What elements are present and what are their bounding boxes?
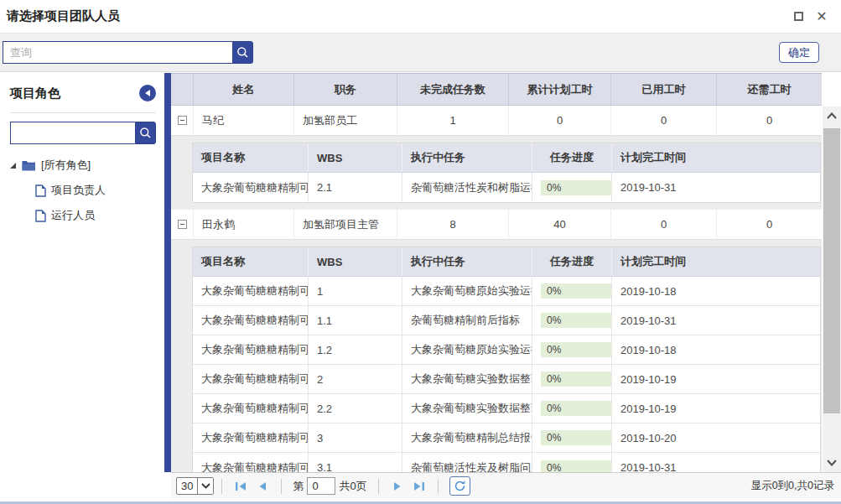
chevron-up-icon: [827, 112, 837, 119]
scroll-up-button[interactable]: [823, 107, 841, 125]
tree-node-project-leader[interactable]: 项目负责人: [35, 181, 156, 200]
pager-separator: [438, 479, 439, 494]
page-label-prefix: 第: [293, 479, 304, 494]
cell-task-name: 杂葡萄糖活性炭和树脂运行: [402, 173, 532, 202]
cell-wbs: 1.1: [309, 306, 402, 335]
subtable-row[interactable]: 大象杂葡萄糖糖精制可行性2.1杂葡萄糖活性炭和树脂运行0%2019-10-31: [193, 173, 820, 202]
progress-bar: 0%: [541, 283, 611, 299]
pager-separator: [378, 479, 379, 494]
cell-project-name: 大象杂葡萄糖糖精制可行性: [193, 306, 309, 335]
cell-name: 马纪: [194, 106, 294, 135]
subtable-header-row: 项目名称WBS执行中任务任务进度计划完工时间: [193, 247, 820, 277]
subtable-row[interactable]: 大象杂葡萄糖糖精制可行性2.2大象杂葡萄糖实验数据整理0%2019-10-19: [193, 394, 820, 423]
last-page-button[interactable]: [413, 480, 426, 493]
select-dropdown-button: [197, 478, 213, 494]
subheader-wbs: WBS: [309, 247, 402, 276]
grid-header-position: 职务: [294, 74, 397, 105]
search-icon: [236, 46, 249, 59]
grid-header-name: 姓名: [194, 74, 294, 105]
subheader-finish-date: 计划完工时间: [612, 247, 820, 276]
cell-progress: 0%: [532, 394, 612, 423]
prev-page-button[interactable]: [256, 480, 269, 493]
subtable-row[interactable]: 大象杂葡萄糖糖精制可行性2大象杂葡萄糖实验数据整理0%2019-10-19: [193, 365, 820, 394]
subheader-progress: 任务进度: [532, 247, 612, 276]
panel-splitter[interactable]: [164, 73, 171, 472]
task-subtable: 项目名称WBS执行中任务任务进度计划完工时间大象杂葡萄糖糖精制可行性2.1杂葡萄…: [192, 143, 821, 203]
refresh-button[interactable]: [449, 476, 470, 496]
collapse-row-icon[interactable]: [178, 220, 187, 229]
subtable-header-row: 项目名称WBS执行中任务任务进度计划完工时间: [193, 143, 820, 173]
maximize-button[interactable]: [789, 8, 807, 26]
table-row-person[interactable]: 田永鹤加氢部项目主管84000: [171, 210, 822, 240]
select-team-member-dialog: 请选择项目团队人员 ✕ 确定 项目角色: [0, 0, 841, 504]
cell-task-name: 杂葡萄糖活性炭及树脂问题: [402, 453, 532, 472]
subtable-row[interactable]: 大象杂葡萄糖糖精制可行性1大象杂葡萄糖原始实验运行0%2019-10-18: [193, 277, 820, 306]
first-page-button[interactable]: [234, 480, 247, 493]
panel-divider: [10, 112, 156, 113]
dialog-toolbar: 确定: [0, 34, 841, 72]
cell-needed-hours: 0: [717, 210, 822, 239]
subtable-row[interactable]: 大象杂葡萄糖糖精制可行性3.1杂葡萄糖活性炭及树脂问题0%2019-10-31: [193, 453, 820, 472]
search-icon: [139, 127, 152, 139]
collapse-row-icon[interactable]: [178, 116, 187, 125]
cell-wbs: 2.1: [309, 173, 402, 202]
maximize-icon: [794, 12, 803, 21]
grid-header-expander: [171, 74, 194, 105]
panel-collapse-button[interactable]: [139, 85, 156, 101]
table-row-person[interactable]: 马纪加氢部员工1000: [171, 106, 822, 136]
role-search-button[interactable]: [135, 122, 156, 144]
scrollbar-thumb[interactable]: [823, 128, 840, 413]
record-count-status: 显示0到0,共0记录: [751, 479, 834, 493]
vertical-scrollbar[interactable]: [823, 107, 841, 472]
cell-progress: 0%: [532, 423, 612, 452]
team-member-grid: 姓名 职务 未完成任务数 累计计划工时 已用工时 还需工时 马纪加氢部员工100…: [171, 73, 841, 472]
cell-progress: 0%: [532, 365, 612, 393]
subtable-row[interactable]: 大象杂葡萄糖糖精制可行性1.1杂葡萄糖精制前后指标0%2019-10-31: [193, 306, 820, 335]
subtable-row[interactable]: 大象杂葡萄糖糖精制可行性1.2大象杂葡萄糖原始实验运行0%2019-10-18: [193, 335, 820, 365]
cell-finish-date: 2019-10-31: [612, 173, 820, 202]
tree-node-operator[interactable]: 运行人员: [35, 206, 156, 225]
close-button[interactable]: ✕: [812, 8, 831, 26]
cell-task-name: 大象杂葡萄糖实验数据整理: [402, 365, 532, 393]
page-size-select[interactable]: 30: [176, 477, 214, 495]
cell-planned-hours: 0: [509, 106, 611, 135]
cell-wbs: 3: [309, 423, 402, 452]
cell-planned-hours: 40: [509, 210, 611, 239]
next-page-button[interactable]: [391, 480, 404, 493]
person-search-input[interactable]: [3, 41, 232, 64]
cell-used-hours: 0: [611, 210, 717, 239]
dialog-titlebar: 请选择项目团队人员 ✕: [0, 0, 841, 34]
cell-project-name: 大象杂葡萄糖糖精制可行性: [193, 394, 309, 423]
cell-needed-hours: 0: [717, 106, 822, 135]
cell-task-name: 大象杂葡萄糖原始实验运行: [402, 277, 532, 305]
page-size-value: 30: [177, 478, 197, 494]
person-search-button[interactable]: [232, 41, 253, 64]
subheader-wbs: WBS: [309, 143, 402, 172]
cell-used-hours: 0: [611, 106, 717, 135]
last-page-icon: [413, 481, 425, 491]
cell-position: 加氢部项目主管: [294, 210, 397, 239]
cell-project-name: 大象杂葡萄糖糖精制可行性: [193, 335, 309, 364]
tree-expand-icon[interactable]: [10, 163, 16, 169]
cell-progress: 0%: [532, 306, 612, 335]
page-label-suffix: 共0页: [339, 479, 366, 494]
tree-node-label: [所有角色]: [41, 158, 91, 173]
cell-project-name: 大象杂葡萄糖糖精制可行性: [193, 277, 309, 305]
cell-wbs: 1.2: [309, 335, 402, 364]
grid-pager: 30: [171, 472, 841, 499]
page-number-input[interactable]: [307, 477, 335, 495]
role-search-input[interactable]: [10, 122, 135, 144]
progress-bar: 0%: [541, 430, 611, 445]
cell-finish-date: 2019-10-18: [612, 335, 820, 364]
scroll-down-button[interactable]: [823, 454, 841, 472]
grid-header-unfinished: 未完成任务数: [397, 74, 509, 105]
subtable-row[interactable]: 大象杂葡萄糖糖精制可行性3大象杂葡萄糖精制总结报告0%2019-10-20: [193, 423, 820, 453]
progress-bar: 0%: [541, 372, 611, 387]
progress-bar: 0%: [541, 180, 611, 195]
tree-node-all-roles[interactable]: [所有角色]: [10, 156, 156, 174]
chevron-down-icon: [201, 483, 210, 489]
role-panel: 项目角色: [0, 73, 164, 499]
file-icon: [35, 184, 46, 197]
progress-bar: 0%: [541, 460, 611, 473]
confirm-button[interactable]: 确定: [779, 42, 819, 63]
